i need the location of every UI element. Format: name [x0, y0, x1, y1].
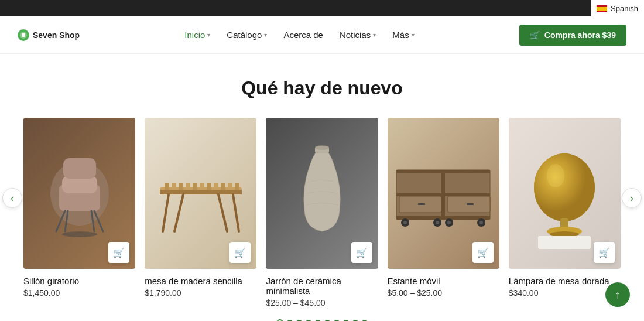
product-card: 🛒 mesa de madera sencilla $1,790.00: [145, 118, 256, 308]
product-price: $25.00 – $45.00: [266, 298, 378, 308]
add-to-cart-button[interactable]: 🛒: [594, 242, 615, 263]
product-name: Estante móvil: [388, 276, 499, 286]
svg-rect-24: [160, 190, 242, 194]
svg-point-44: [479, 221, 483, 224]
svg-point-50: [534, 153, 595, 221]
nav-inicio[interactable]: Inicio ▾: [184, 30, 210, 40]
nav-noticias[interactable]: Noticias ▾: [340, 30, 376, 40]
carousel-next-button[interactable]: ›: [622, 188, 642, 208]
product-card: 🛒 Estante móvil $5.00 – $25.00: [388, 118, 499, 308]
product-image-wrap: 🛒: [145, 118, 256, 269]
svg-rect-6: [63, 158, 96, 179]
nav-links: Inicio ▾ Catálogo ▾ Acerca de Noticias ▾…: [184, 30, 414, 40]
product-image-wrap: 🛒: [509, 118, 621, 269]
section-title: Qué hay de nuevo: [0, 77, 644, 99]
flag-icon: [597, 5, 607, 12]
svg-rect-23: [235, 183, 239, 190]
svg-rect-19: [207, 183, 211, 190]
svg-line-25: [163, 194, 169, 231]
svg-line-28: [233, 194, 239, 231]
svg-point-30: [315, 145, 329, 150]
svg-rect-35: [396, 170, 490, 173]
svg-rect-15: [179, 183, 183, 190]
svg-point-46: [436, 221, 439, 224]
svg-rect-18: [200, 183, 204, 190]
product-name: Jarrón de cerámica minimalista: [266, 276, 378, 296]
svg-rect-20: [214, 183, 218, 190]
logo-icon: [18, 29, 29, 41]
language-label: Spanish: [611, 4, 638, 13]
product-card: 🛒 Jarrón de cerámica minimalista $25.00 …: [266, 118, 378, 308]
svg-rect-17: [193, 183, 197, 190]
carousel-prev-button[interactable]: ‹: [2, 188, 22, 208]
chevron-icon: ▾: [264, 32, 267, 38]
nav-catalogo[interactable]: Catálogo ▾: [227, 30, 267, 40]
top-bar: Spanish: [0, 0, 644, 16]
product-image-wrap: 🛒: [266, 118, 378, 269]
svg-rect-33: [396, 193, 441, 196]
svg-rect-1: [597, 7, 607, 11]
product-image-wrap: 🛒: [23, 118, 135, 269]
product-price: $340.00: [509, 288, 621, 298]
svg-rect-34: [445, 193, 490, 196]
navbar: Seven Shop Inicio ▾ Catálogo ▾ Acerca de…: [0, 16, 644, 54]
product-name: Sillón giratorio: [23, 276, 135, 286]
products-grid: 🛒 Sillón giratorio $1,450.00: [6, 118, 638, 308]
product-image-wrap: 🛒: [388, 118, 499, 269]
svg-line-27: [218, 194, 227, 231]
product-price: $5.00 – $25.00: [388, 288, 499, 298]
chevron-icon: ▾: [412, 32, 415, 38]
add-to-cart-button[interactable]: 🛒: [229, 242, 251, 263]
svg-rect-40: [467, 203, 474, 205]
product-name: mesa de madera sencilla: [145, 276, 256, 286]
nav-acerca[interactable]: Acerca de: [283, 30, 323, 40]
svg-point-48: [447, 221, 451, 224]
logo[interactable]: Seven Shop: [18, 29, 80, 41]
svg-rect-13: [165, 183, 169, 190]
svg-point-42: [403, 221, 407, 224]
svg-rect-22: [228, 183, 232, 190]
cta-button[interactable]: 🛒 Compra ahora $39: [519, 25, 626, 46]
svg-rect-55: [538, 236, 591, 249]
svg-point-11: [62, 231, 97, 237]
add-to-cart-button[interactable]: 🛒: [472, 242, 494, 263]
nav-mas[interactable]: Más ▾: [392, 30, 414, 40]
scroll-to-top-button[interactable]: ↑: [605, 282, 630, 307]
cart-icon: 🛒: [530, 30, 540, 40]
add-to-cart-button[interactable]: 🛒: [108, 242, 129, 263]
svg-rect-14: [172, 183, 176, 190]
svg-rect-36: [396, 216, 490, 220]
svg-line-26: [174, 194, 183, 231]
svg-rect-21: [221, 183, 225, 190]
add-to-cart-button[interactable]: 🛒: [351, 242, 372, 263]
product-card: 🛒 Sillón giratorio $1,450.00: [23, 118, 135, 308]
logo-text: Seven Shop: [33, 30, 80, 40]
svg-rect-32: [441, 170, 445, 220]
products-wrapper: ‹: [0, 118, 644, 308]
product-name: Lámpara de mesa dorada: [509, 276, 621, 286]
product-card: 🛒 Lámpara de mesa dorada $340.00: [509, 118, 621, 308]
svg-point-51: [547, 164, 564, 187]
chevron-icon: ▾: [373, 32, 376, 38]
svg-rect-39: [418, 203, 425, 205]
chevron-icon: ▾: [207, 32, 210, 38]
language-selector[interactable]: Spanish: [591, 0, 644, 16]
svg-rect-16: [186, 183, 190, 190]
product-price: $1,450.00: [23, 288, 135, 298]
product-price: $1,790.00: [145, 288, 256, 298]
